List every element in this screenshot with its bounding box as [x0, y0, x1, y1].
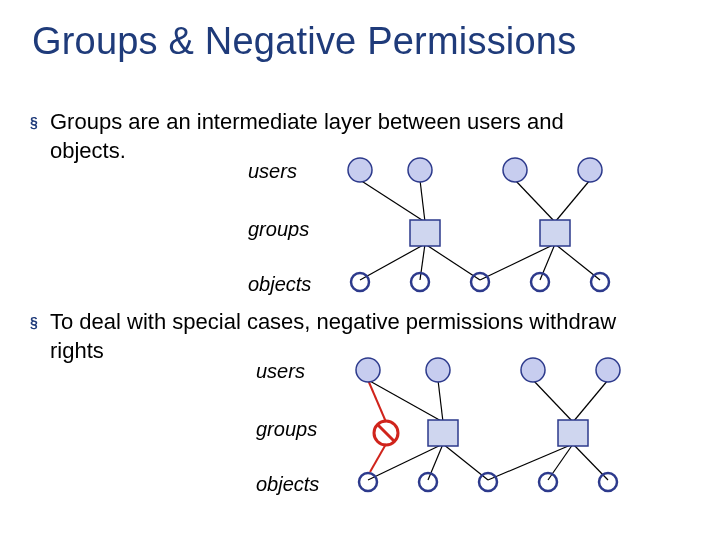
d2-label-objects: objects: [256, 473, 319, 496]
svg-line-1: [420, 180, 425, 222]
svg-point-44: [539, 473, 557, 491]
svg-line-26: [428, 444, 443, 480]
diagram-2: [338, 350, 658, 510]
svg-point-18: [471, 273, 489, 291]
svg-point-34: [426, 358, 450, 382]
svg-point-16: [351, 273, 369, 291]
d1-label-users: users: [248, 160, 297, 183]
svg-line-24: [573, 380, 608, 422]
bullet-icon: §: [30, 114, 38, 130]
svg-point-45: [599, 473, 617, 491]
svg-line-38: [377, 424, 395, 442]
svg-point-41: [359, 473, 377, 491]
svg-line-2: [515, 180, 555, 222]
svg-line-32: [370, 444, 386, 472]
svg-rect-15: [540, 220, 570, 246]
d1-label-objects: objects: [248, 273, 311, 296]
ban-icon: [374, 421, 398, 445]
svg-point-20: [591, 273, 609, 291]
svg-point-12: [503, 158, 527, 182]
svg-point-33: [356, 358, 380, 382]
bullet-icon: §: [30, 314, 38, 330]
d2-label-groups: groups: [256, 418, 317, 441]
svg-line-23: [533, 380, 573, 422]
svg-line-6: [425, 244, 480, 280]
svg-rect-40: [558, 420, 588, 446]
svg-rect-14: [410, 220, 440, 246]
svg-point-35: [521, 358, 545, 382]
svg-point-19: [531, 273, 549, 291]
svg-point-10: [348, 158, 372, 182]
svg-point-36: [596, 358, 620, 382]
page-title: Groups & Negative Permissions: [32, 20, 576, 63]
svg-rect-39: [428, 420, 458, 446]
svg-line-31: [368, 380, 386, 422]
svg-line-3: [555, 180, 590, 222]
svg-point-42: [419, 473, 437, 491]
svg-line-0: [360, 180, 425, 222]
diagram-1: [330, 150, 650, 300]
svg-line-8: [540, 244, 555, 280]
svg-line-21: [368, 380, 443, 422]
d2-label-users: users: [256, 360, 305, 383]
svg-point-13: [578, 158, 602, 182]
svg-point-43: [479, 473, 497, 491]
svg-line-22: [438, 380, 443, 422]
svg-point-11: [408, 158, 432, 182]
d1-label-groups: groups: [248, 218, 309, 241]
